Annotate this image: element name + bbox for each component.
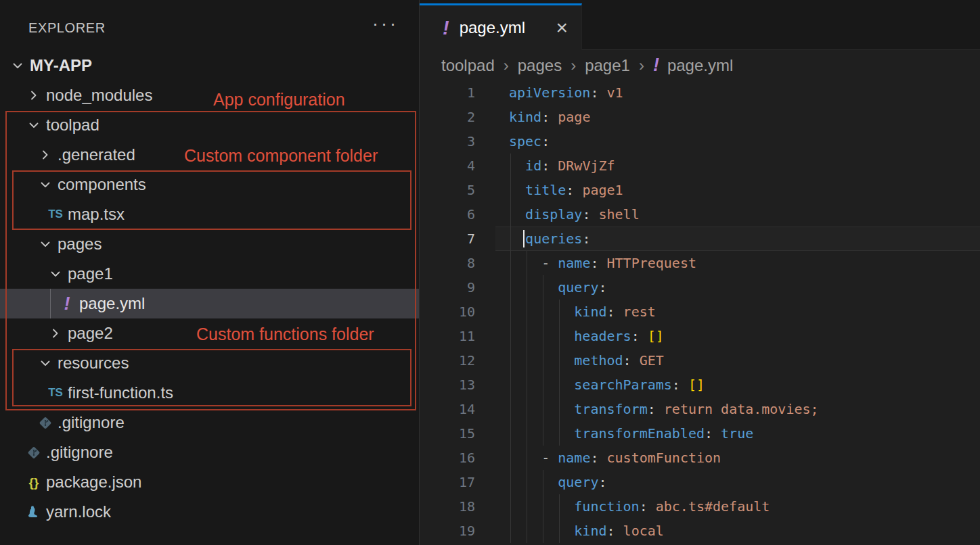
tree-item-label: page2: [68, 324, 113, 343]
tree-item--gitignore[interactable]: .gitignore: [0, 408, 419, 437]
tree-item-first-function-ts[interactable]: TS first-function.ts: [0, 378, 419, 408]
indent-guide: [510, 275, 511, 300]
code-line[interactable]: 9 query:: [420, 275, 980, 300]
toolpad-warning-icon: !: [443, 18, 449, 38]
code-line[interactable]: 14 transform: return data.movies;: [420, 397, 980, 421]
code-line[interactable]: 8 - name: HTTPrequest: [420, 251, 980, 275]
indent-guide: [510, 227, 511, 251]
line-number: 2: [420, 105, 475, 129]
code-editor[interactable]: 1 apiVersion: v1 2 kind: page 3 spec: 4 …: [420, 80, 980, 545]
toolpad-file-icon: !: [59, 294, 75, 313]
code-line[interactable]: 13 searchParams: []: [420, 373, 980, 397]
code-line[interactable]: 2 kind: page: [420, 105, 980, 129]
indent-guide: [510, 324, 511, 348]
tree-item-yarn-lock[interactable]: yarn.lock: [0, 497, 419, 527]
tree-item-resources[interactable]: resources: [0, 348, 419, 378]
close-tab-icon[interactable]: ×: [556, 18, 568, 38]
code-line[interactable]: 16 - name: customFunction: [420, 446, 980, 470]
tree-item-label: .gitignore: [58, 413, 125, 432]
indent-guide: [559, 300, 560, 324]
ts-file-icon: TS: [47, 383, 64, 402]
code-line[interactable]: 1 apiVersion: v1: [420, 80, 980, 105]
indent-guide: [543, 421, 543, 446]
git-file-icon: [26, 443, 42, 462]
chevron-down-icon: [9, 56, 26, 75]
breadcrumb-item-toolpad[interactable]: toolpad: [441, 56, 495, 75]
explorer-sidebar: EXPLORER ··· MY-APP node_modules toolpad…: [0, 0, 420, 545]
line-number: 11: [420, 324, 475, 348]
indent-guide: [559, 519, 560, 543]
line-number: 3: [420, 129, 475, 153]
breadcrumb-separator: ›: [639, 56, 644, 75]
tree-item-toolpad[interactable]: toolpad: [0, 110, 419, 140]
line-number: 9: [420, 275, 475, 300]
indent-guide: [527, 251, 527, 275]
editor-pane: ! page.yml × toolpad›pages›page1›!page.y…: [420, 0, 980, 545]
tab-label: page.yml: [460, 18, 525, 37]
tab-page-yml[interactable]: ! page.yml ×: [420, 3, 582, 50]
tree-item-label: map.tsx: [68, 205, 125, 224]
explorer-title: EXPLORER: [28, 20, 106, 36]
tree-item-pages[interactable]: pages: [0, 229, 419, 259]
indent-guide: [510, 348, 511, 373]
tree-item-label: yarn.lock: [46, 502, 111, 521]
tab-bar: ! page.yml ×: [420, 0, 980, 50]
indent-guide: [527, 470, 527, 494]
indent-guide: [559, 373, 560, 397]
tree-item-package-json[interactable]: {} package.json: [0, 467, 419, 497]
code-line[interactable]: 11 headers: []: [420, 324, 980, 348]
tree-item-page2[interactable]: page2: [0, 318, 419, 348]
tree-item-node-modules[interactable]: node_modules: [0, 80, 419, 110]
tree-item-label: page1: [68, 264, 113, 283]
toolpad-warning-icon: !: [653, 56, 659, 74]
indent-guide: [527, 348, 527, 373]
code-line[interactable]: 3 spec:: [420, 129, 980, 153]
ts-file-icon: TS: [47, 205, 64, 224]
vscode-window: EXPLORER ··· MY-APP node_modules toolpad…: [0, 0, 980, 545]
chevron-right-icon: [47, 324, 64, 343]
breadcrumb-item-page1[interactable]: page1: [585, 56, 630, 75]
tree-item-page-yml[interactable]: ! page.yml: [0, 289, 419, 318]
more-actions-button[interactable]: ···: [372, 15, 399, 33]
code-line[interactable]: 19 kind: local: [420, 519, 980, 543]
tree-item-map-tsx[interactable]: TS map.tsx: [0, 199, 419, 229]
code-line[interactable]: 4 id: DRwVjZf: [420, 153, 980, 178]
indent-guide: [543, 275, 543, 300]
breadcrumb-item-page-yml[interactable]: !page.yml: [653, 56, 733, 75]
tree-item-label: node_modules: [46, 86, 152, 105]
indent-guide: [543, 397, 543, 421]
breadcrumb-item-pages[interactable]: pages: [518, 56, 562, 75]
tree-root-my-app[interactable]: MY-APP: [0, 51, 419, 80]
yarn-file-icon: [26, 502, 42, 521]
code-line[interactable]: 6 display: shell: [420, 202, 980, 227]
code-line[interactable]: 7 queries:: [420, 227, 980, 251]
tree-indent-guide: [50, 289, 51, 318]
line-number: 4: [420, 153, 475, 178]
code-line[interactable]: 18 function: abc.ts#default: [420, 494, 980, 519]
code-line[interactable]: 12 method: GET: [420, 348, 980, 373]
code-line[interactable]: 17 query:: [420, 470, 980, 494]
code-line[interactable]: 15 transformEnabled: true: [420, 421, 980, 446]
indent-guide: [527, 519, 527, 543]
indent-guide: [527, 324, 527, 348]
tree-root-label: MY-APP: [30, 56, 92, 75]
code-line[interactable]: 5 title: page1: [420, 178, 980, 202]
tree-item-page1[interactable]: page1: [0, 259, 419, 289]
indent-guide: [527, 275, 527, 300]
chevron-down-icon: [37, 354, 53, 373]
line-number: 13: [420, 373, 475, 397]
line-number: 14: [420, 397, 475, 421]
indent-guide: [559, 494, 560, 519]
chevron-right-icon: [26, 86, 42, 105]
tree-item-components[interactable]: components: [0, 170, 419, 199]
indent-guide: [527, 494, 527, 519]
line-number: 5: [420, 178, 475, 202]
indent-guide: [510, 251, 511, 275]
json-file-icon: {}: [26, 473, 42, 492]
indent-guide: [527, 397, 527, 421]
tree-item--gitignore[interactable]: .gitignore: [0, 437, 419, 467]
code-line[interactable]: 10 kind: rest: [420, 300, 980, 324]
line-number: 19: [420, 519, 475, 543]
text-cursor: [523, 230, 525, 247]
tree-item--generated[interactable]: .generated: [0, 140, 419, 170]
